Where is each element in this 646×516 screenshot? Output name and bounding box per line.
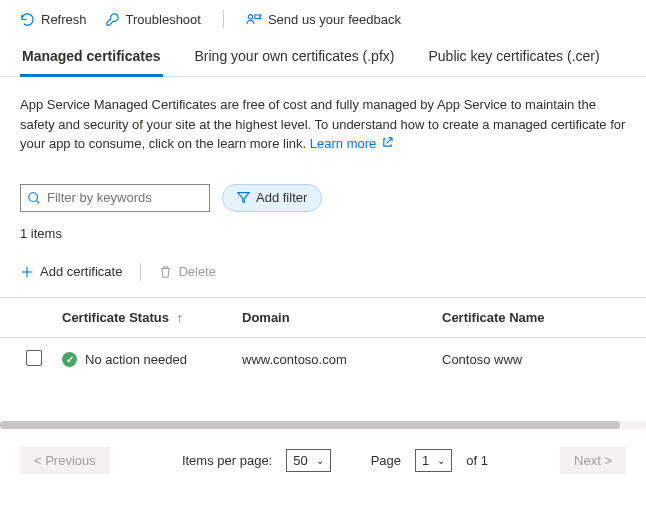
add-filter-button[interactable]: Add filter [222, 184, 322, 212]
toolbar-divider [223, 10, 224, 28]
domain-cell: www.contoso.com [232, 337, 432, 381]
plus-icon [20, 265, 34, 279]
feedback-label: Send us your feedback [268, 12, 401, 27]
tab-bar: Managed certificates Bring your own cert… [0, 36, 646, 77]
tab-public-key[interactable]: Public key certificates (.cer) [426, 42, 601, 76]
status-cell: ✓ No action needed [62, 352, 222, 367]
refresh-label: Refresh [41, 12, 87, 27]
certificates-table: Certificate Status ↑ Domain Certificate … [0, 297, 646, 381]
column-domain[interactable]: Domain [232, 297, 432, 337]
add-filter-label: Add filter [256, 190, 307, 205]
scrollbar-thumb[interactable] [0, 421, 620, 429]
add-certificate-button[interactable]: Add certificate [20, 264, 122, 279]
troubleshoot-label: Troubleshoot [126, 12, 201, 27]
table-row[interactable]: ✓ No action needed www.contoso.com Conto… [0, 337, 646, 381]
tab-bring-your-own[interactable]: Bring your own certificates (.pfx) [193, 42, 397, 76]
feedback-icon [246, 12, 262, 27]
search-icon [27, 191, 41, 205]
tab-managed-certificates[interactable]: Managed certificates [20, 42, 163, 77]
horizontal-scrollbar[interactable] [0, 421, 646, 429]
command-bar: Refresh Troubleshoot Send us your feedba… [0, 0, 646, 36]
sort-ascending-icon: ↑ [177, 310, 184, 325]
learn-more-link[interactable]: Learn more [310, 136, 393, 151]
name-cell: Contoso www [432, 337, 646, 381]
action-divider [140, 263, 141, 281]
refresh-icon [20, 12, 35, 27]
filter-icon [237, 191, 250, 204]
troubleshoot-button[interactable]: Troubleshoot [105, 12, 201, 27]
previous-button[interactable]: < Previous [20, 447, 110, 474]
page-label: Page [371, 453, 401, 468]
refresh-button[interactable]: Refresh [20, 12, 87, 27]
description-block: App Service Managed Certificates are fre… [0, 77, 646, 164]
filter-input-container[interactable] [20, 184, 210, 212]
table-header-row: Certificate Status ↑ Domain Certificate … [0, 297, 646, 337]
filter-keywords-input[interactable] [47, 190, 215, 205]
column-checkbox [0, 297, 52, 337]
wrench-icon [105, 12, 120, 27]
chevron-down-icon: ⌄ [437, 455, 445, 466]
column-name[interactable]: Certificate Name [432, 297, 646, 337]
svg-point-0 [248, 14, 252, 18]
chevron-down-icon: ⌄ [316, 455, 324, 466]
add-certificate-label: Add certificate [40, 264, 122, 279]
delete-label: Delete [178, 264, 216, 279]
trash-icon [159, 265, 172, 279]
external-link-icon [382, 134, 393, 154]
page-of-label: of 1 [466, 453, 488, 468]
page-select[interactable]: 1 ⌄ [415, 449, 452, 472]
items-per-page-label: Items per page: [182, 453, 272, 468]
column-status[interactable]: Certificate Status ↑ [52, 297, 232, 337]
status-text: No action needed [85, 352, 187, 367]
row-checkbox[interactable] [26, 350, 42, 366]
delete-button[interactable]: Delete [159, 264, 216, 279]
items-per-page-select[interactable]: 50 ⌄ [286, 449, 330, 472]
success-icon: ✓ [62, 352, 77, 367]
pagination-bar: < Previous Items per page: 50 ⌄ Page 1 ⌄… [0, 429, 646, 488]
feedback-button[interactable]: Send us your feedback [246, 12, 401, 27]
action-row: Add certificate Delete [0, 251, 646, 291]
filter-row: Add filter [0, 164, 646, 220]
svg-point-1 [29, 192, 38, 201]
item-count: 1 items [0, 220, 646, 251]
next-button[interactable]: Next > [560, 447, 626, 474]
